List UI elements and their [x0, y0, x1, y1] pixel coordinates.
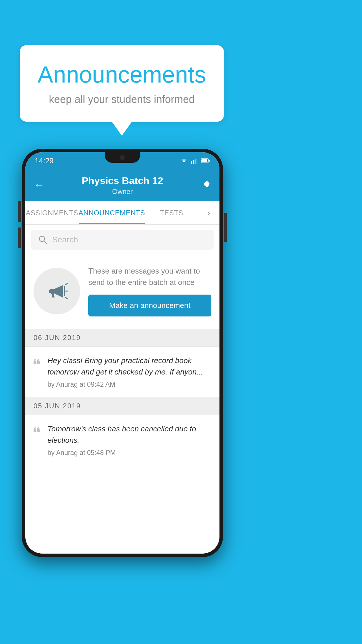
svg-rect-4 [201, 159, 207, 162]
announcement-meta-2: by Anurag at 05:48 PM [48, 449, 211, 457]
announce-prompt: These are messages you want to send to t… [25, 255, 219, 329]
power-button [224, 213, 227, 242]
svg-rect-5 [209, 160, 210, 162]
settings-button[interactable] [200, 178, 211, 192]
phone-wrapper: 14:29 [22, 149, 223, 639]
search-placeholder: Search [52, 235, 78, 244]
volume-button-top [18, 201, 21, 222]
svg-rect-1 [193, 160, 194, 164]
camera [120, 155, 125, 160]
announcement-meta-1: by Anurag at 09:42 AM [48, 381, 211, 388]
tab-assignments[interactable]: ASSIGNMENTS [25, 201, 79, 224]
tab-announcements[interactable]: ANNOUNCEMENTS [79, 201, 145, 224]
announce-right: These are messages you want to send to t… [88, 265, 211, 316]
announcement-item-1[interactable]: ❝ Hey class! Bring your practical record… [25, 347, 219, 397]
announcement-text-1: Hey class! Bring your practical record b… [48, 355, 211, 378]
search-bar[interactable]: Search [31, 230, 214, 250]
date-divider-1: 06 JUN 2019 [25, 329, 219, 347]
back-button[interactable]: ← [34, 179, 45, 192]
search-icon [38, 235, 48, 244]
svg-rect-0 [191, 161, 192, 164]
battery-icon [201, 158, 210, 163]
app-bar-title: Physics Batch 12 [82, 175, 163, 186]
announce-description: These are messages you want to send to t… [88, 265, 211, 288]
app-bar-subtitle: Owner [82, 188, 163, 196]
date-divider-2: 05 JUN 2019 [25, 397, 219, 415]
svg-line-10 [66, 298, 67, 299]
tab-more[interactable]: › [198, 201, 219, 224]
wifi-icon [180, 158, 188, 164]
signal-icon [191, 158, 198, 164]
gear-icon [200, 178, 211, 190]
svg-rect-2 [195, 159, 196, 164]
quote-icon-1: ❝ [32, 357, 41, 372]
tab-tests[interactable]: TESTS [145, 201, 198, 224]
status-icons [180, 158, 210, 164]
announcement-text-2: Tomorrow's class has been cancelled due … [48, 423, 211, 446]
content-area: Search These ar [25, 225, 219, 465]
svg-line-7 [44, 241, 47, 244]
quote-icon-2: ❝ [32, 426, 41, 441]
volume-button-bottom [18, 228, 21, 248]
status-time: 14:29 [35, 156, 54, 165]
tabs-bar: ASSIGNMENTS ANNOUNCEMENTS TESTS › [25, 201, 219, 225]
app-bar-center: Physics Batch 12 Owner [82, 175, 163, 196]
bubble-title: Announcements [37, 61, 206, 88]
make-announcement-button[interactable]: Make an announcement [88, 295, 211, 316]
phone-screen: 14:29 [25, 152, 219, 554]
speech-bubble: Announcements keep all your students inf… [20, 45, 224, 122]
app-bar: ← Physics Batch 12 Owner [25, 169, 219, 201]
announcement-content-2: Tomorrow's class has been cancelled due … [48, 423, 211, 457]
status-bar: 14:29 [25, 152, 219, 169]
megaphone-icon [45, 279, 68, 303]
speech-bubble-container: Announcements keep all your students inf… [20, 45, 224, 122]
notch [105, 152, 140, 163]
bubble-subtitle: keep all your students informed [37, 93, 206, 106]
announcement-content-1: Hey class! Bring your practical record b… [48, 355, 211, 388]
svg-line-8 [66, 284, 67, 285]
announcement-item-2[interactable]: ❝ Tomorrow's class has been cancelled du… [25, 415, 219, 465]
announce-icon-circle [34, 268, 80, 314]
search-bar-wrap: Search [25, 225, 219, 255]
phone-outer: 14:29 [22, 149, 223, 557]
